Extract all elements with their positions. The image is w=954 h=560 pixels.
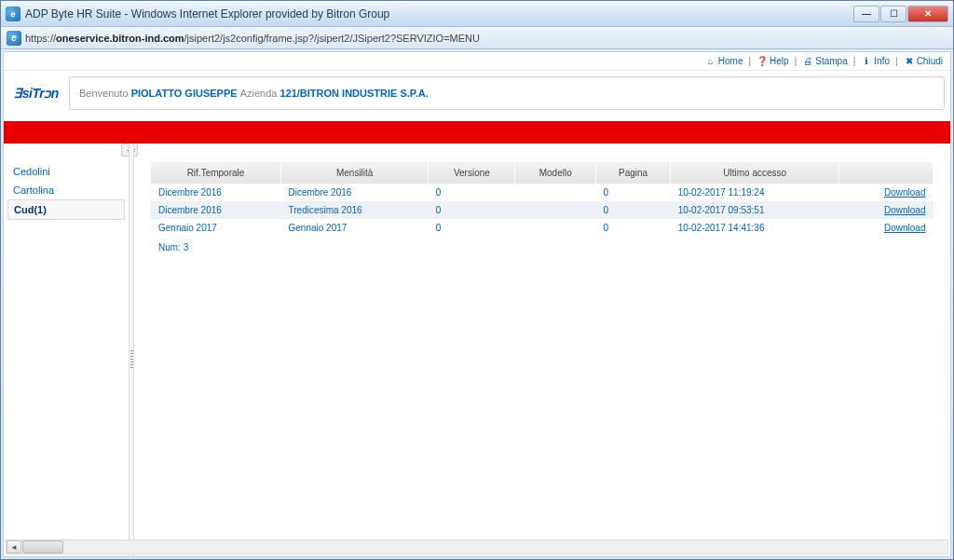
top-links-bar: ⌂Home | ❓Help | 🖨Stampa | ℹInfo | ✖Chiud… <box>4 52 950 71</box>
window-title: ADP Byte HR Suite - Windows Internet Exp… <box>25 7 853 20</box>
table-header-row: Rif.Temporale Mensilità Versione Modello… <box>151 162 934 184</box>
cell-mens: Gennaio 2017 <box>281 219 429 237</box>
page-content: ⌂Home | ❓Help | 🖨Stampa | ℹInfo | ✖Chiud… <box>3 51 951 557</box>
data-area: Rif.Temporale Mensilità Versione Modello… <box>134 143 950 556</box>
col-accesso[interactable]: Ultimo accesso <box>671 162 839 184</box>
logo-area: ƎsiTrɔn <box>4 71 69 116</box>
col-versione[interactable]: Versione <box>429 162 515 184</box>
cell-mod <box>515 184 596 201</box>
cell-download: Download <box>839 201 934 219</box>
table-footer: Num: 3 <box>151 237 934 258</box>
scroll-thumb[interactable] <box>22 540 63 553</box>
scroll-left-button[interactable]: ◄ <box>7 540 21 553</box>
url-display[interactable]: https://oneservice.bitron-ind.com/jsiper… <box>25 33 480 44</box>
cell-rif: Dicembre 2016 <box>151 201 281 219</box>
sidebar-wrap: Cedolini Cartolina Cud(1) <box>4 143 134 556</box>
addressbar: https://oneservice.bitron-ind.com/jsiper… <box>1 27 953 49</box>
sidebar-item-cud[interactable]: Cud(1) <box>7 199 125 220</box>
cell-acc: 10-02-2017 14:41:36 <box>671 219 839 237</box>
company-name: 121/BITRON INDUSTRIE S.P.A. <box>279 88 428 99</box>
window-controls <box>853 6 948 22</box>
sidebar-splitter[interactable] <box>129 143 134 556</box>
cell-ver: 0 <box>429 201 515 219</box>
maximize-button[interactable] <box>880 6 906 22</box>
print-link[interactable]: 🖨Stampa <box>802 56 847 67</box>
main-body: Cedolini Cartolina Cud(1) Rif.Temporale … <box>4 143 950 556</box>
cell-rif: Dicembre 2016 <box>151 184 281 201</box>
ie-icon <box>6 7 20 21</box>
info-link[interactable]: ℹInfo <box>861 56 890 67</box>
azienda-label: Azienda <box>240 88 278 99</box>
cell-acc: 10-02-2017 11:19:24 <box>671 184 839 201</box>
cell-mod <box>515 201 596 219</box>
sidebar-item-cedolini[interactable]: Cedolini <box>7 162 125 181</box>
close-button[interactable] <box>907 6 948 22</box>
col-modello[interactable]: Modello <box>515 162 596 184</box>
sidebar-item-cartolina[interactable]: Cartolina <box>7 181 125 199</box>
window-frame: ADP Byte HR Suite - Windows Internet Exp… <box>0 0 954 560</box>
welcome-bar: Benvenuto PIOLATTO GIUSEPPE Azienda 121/… <box>69 76 945 110</box>
cell-download: Download <box>839 184 934 201</box>
logo: ƎsiTrɔn <box>14 86 58 101</box>
close-icon: ✖ <box>904 56 915 67</box>
col-rif[interactable]: Rif.Temporale <box>151 162 281 184</box>
cell-ver: 0 <box>429 184 515 201</box>
url-domain: oneservice.bitron-ind.com <box>56 33 184 44</box>
horizontal-scrollbar[interactable]: ◄ <box>6 540 948 554</box>
header-band: ƎsiTrɔn Benvenuto PIOLATTO GIUSEPPE Azie… <box>4 71 950 116</box>
download-link[interactable]: Download <box>884 187 925 198</box>
print-icon: 🖨 <box>802 56 813 67</box>
url-proto: https:// <box>25 33 56 44</box>
page-icon <box>7 31 21 46</box>
sidebar: Cedolini Cartolina Cud(1) <box>4 143 129 556</box>
cell-rif: Gennaio 2017 <box>151 219 281 237</box>
cell-mens: Dicembre 2016 <box>281 184 429 201</box>
home-link[interactable]: ⌂Home <box>705 56 743 67</box>
col-mensilita[interactable]: Mensilità <box>281 162 429 184</box>
cell-pag: 0 <box>596 184 671 201</box>
red-band <box>4 121 950 143</box>
welcome-label: Benvenuto <box>79 88 129 99</box>
cell-pag: 0 <box>596 219 671 237</box>
table-row[interactable]: Dicembre 2016 Tredicesima 2016 0 0 10-02… <box>151 201 934 219</box>
documents-table: Rif.Temporale Mensilità Versione Modello… <box>151 162 934 237</box>
home-icon: ⌂ <box>705 56 716 67</box>
info-icon: ℹ <box>861 56 872 67</box>
help-icon: ❓ <box>756 56 768 67</box>
cell-acc: 10-02-2017 09:53:51 <box>671 201 839 219</box>
cell-mod <box>515 219 596 237</box>
cell-ver: 0 <box>429 219 515 237</box>
url-path: /jsipert2/js2config/frame.jsp?/jsipert2/… <box>184 33 480 44</box>
cell-download: Download <box>839 219 934 237</box>
cell-pag: 0 <box>596 201 671 219</box>
minimize-button[interactable] <box>853 6 879 22</box>
table-row[interactable]: Dicembre 2016 Dicembre 2016 0 0 10-02-20… <box>151 184 934 201</box>
download-link[interactable]: Download <box>884 205 925 215</box>
table-row[interactable]: Gennaio 2017 Gennaio 2017 0 0 10-02-2017… <box>151 219 934 237</box>
user-name: PIOLATTO GIUSEPPE <box>131 88 238 99</box>
cell-mens: Tredicesima 2016 <box>281 201 429 219</box>
col-pagina[interactable]: Pagina <box>596 162 671 184</box>
col-download <box>839 162 934 184</box>
close-link[interactable]: ✖Chiudi <box>904 56 943 67</box>
help-link[interactable]: ❓Help <box>756 56 789 67</box>
titlebar: ADP Byte HR Suite - Windows Internet Exp… <box>1 1 953 27</box>
download-link[interactable]: Download <box>884 223 925 233</box>
